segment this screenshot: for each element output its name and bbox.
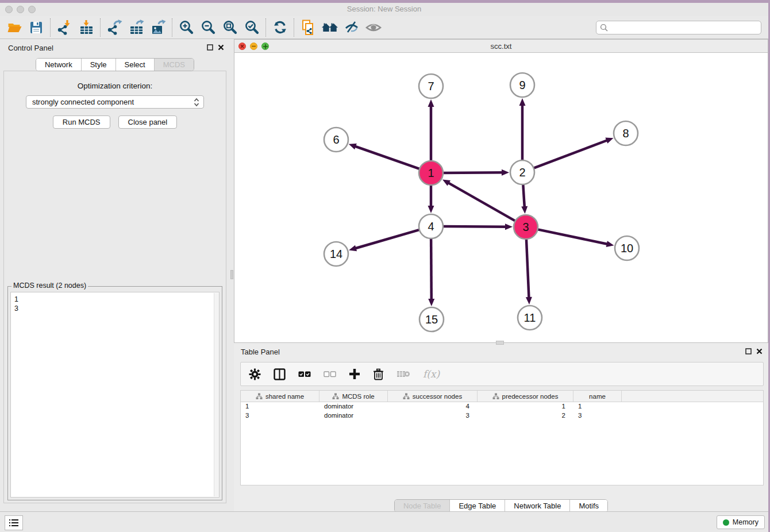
- add-column-icon[interactable]: [349, 368, 360, 380]
- tab-select[interactable]: Select: [116, 59, 154, 71]
- delete-column-trash-icon[interactable]: [373, 368, 384, 380]
- deselect-all-rows-icon[interactable]: [324, 371, 336, 378]
- table-cell[interactable]: dominator: [319, 411, 388, 421]
- graph-edge-3-11[interactable]: [526, 238, 529, 298]
- table-cell[interactable]: 1: [573, 402, 622, 411]
- network-document-icon: [300, 20, 316, 36]
- table-cell[interactable]: dominator: [319, 402, 388, 411]
- function-builder-icon: f(x): [423, 368, 440, 380]
- optimization-criterion-label: Optimization criterion:: [4, 82, 226, 90]
- tab-edge-table[interactable]: Edge Table: [449, 500, 505, 512]
- attribute-tree-icon: [403, 393, 410, 400]
- mcds-result-lines: 13: [14, 295, 219, 313]
- graph-edge-1-2[interactable]: [442, 172, 503, 173]
- toolbar-separator: [294, 18, 294, 37]
- task-history-button[interactable]: [5, 515, 23, 530]
- table-cell[interactable]: 2: [478, 411, 573, 421]
- graph-edge-3-10[interactable]: [537, 229, 608, 244]
- graph-edge-4-15[interactable]: [431, 237, 432, 300]
- first-neighbors-button[interactable]: [319, 18, 341, 37]
- column-header-name[interactable]: name: [573, 391, 622, 402]
- column-header-label: MCDS role: [342, 393, 374, 400]
- mcds-result-text[interactable]: 13: [10, 292, 220, 498]
- open-file-button[interactable]: [3, 18, 25, 37]
- graph-edge-1-6[interactable]: [355, 146, 421, 169]
- tab-network[interactable]: Network: [36, 59, 81, 71]
- graph-edge-arrowhead: [521, 206, 528, 214]
- apply-layout-button[interactable]: [269, 18, 291, 37]
- import-table-button[interactable]: [75, 18, 97, 37]
- zoom-out-button[interactable]: [197, 18, 219, 37]
- toggle-column-view-icon[interactable]: [274, 368, 286, 380]
- node-table[interactable]: shared nameMCDS rolesuccessor nodesprede…: [240, 390, 764, 485]
- zoom-in-icon: [179, 20, 194, 35]
- save-session-button[interactable]: [25, 18, 47, 37]
- export-table-button[interactable]: [125, 18, 147, 37]
- table-cell[interactable]: 3: [241, 411, 319, 421]
- network-window-titlebar[interactable]: scc.txt: [234, 39, 768, 53]
- tab-network-table[interactable]: Network Table: [505, 500, 569, 512]
- mcds-result-line: 1: [14, 295, 219, 304]
- graph-node-label: 9: [519, 79, 525, 91]
- column-header-MCDS-role[interactable]: MCDS role: [319, 391, 388, 402]
- graph-edge-2-8[interactable]: [533, 140, 607, 168]
- table-settings-gear-icon[interactable]: [249, 368, 261, 380]
- select-all-rows-icon[interactable]: [298, 371, 311, 378]
- column-header-predecessor-nodes[interactable]: predecessor nodes: [478, 391, 573, 402]
- search-input[interactable]: [596, 21, 761, 34]
- table-header-row: shared nameMCDS rolesuccessor nodesprede…: [241, 391, 763, 402]
- column-header-label: shared name: [265, 393, 304, 400]
- table-panel-title: Table Panel: [241, 348, 280, 356]
- network-canvas[interactable]: 7968124314101511: [234, 53, 768, 343]
- float-panel-icon[interactable]: [207, 44, 213, 51]
- float-table-panel-icon[interactable]: [745, 348, 752, 354]
- table-cell[interactable]: 3: [388, 411, 478, 421]
- table-cell[interactable]: 3: [573, 411, 622, 421]
- network-graph[interactable]: 7968124314101511: [234, 53, 768, 342]
- column-header-successor-nodes[interactable]: successor nodes: [388, 391, 478, 402]
- window-title: Session: New Session: [0, 5, 768, 13]
- column-header-shared-name[interactable]: shared name: [241, 391, 319, 402]
- table-row[interactable]: 1dominator411: [241, 402, 763, 411]
- export-network-button[interactable]: [103, 18, 125, 37]
- table-row[interactable]: 3dominator323: [241, 411, 763, 421]
- tab-node-table[interactable]: Node Table: [395, 500, 450, 512]
- toolbar-separator: [50, 18, 51, 37]
- horizontal-splitter-grip[interactable]: [496, 341, 504, 345]
- vertical-splitter[interactable]: [230, 39, 234, 511]
- close-panel-button[interactable]: Close panel: [118, 115, 178, 129]
- tab-motifs[interactable]: Motifs: [569, 500, 607, 512]
- table-cell[interactable]: 4: [388, 402, 478, 411]
- result-scrollbar[interactable]: [214, 293, 219, 496]
- tab-style[interactable]: Style: [81, 59, 116, 71]
- new-network-from-file-button[interactable]: [297, 18, 319, 37]
- export-image-icon: [151, 20, 166, 35]
- import-network-button[interactable]: [53, 18, 75, 37]
- table-toolbar: f(x): [240, 362, 764, 386]
- tab-mcds[interactable]: MCDS: [154, 59, 194, 71]
- memory-button[interactable]: Memory: [717, 515, 765, 529]
- splitter-grip[interactable]: [230, 270, 233, 279]
- graph-edge-4-3[interactable]: [442, 226, 506, 227]
- zoom-selected-button[interactable]: [241, 18, 263, 37]
- table-cell[interactable]: 1: [478, 402, 573, 411]
- toolbar-separator: [100, 18, 101, 37]
- graph-edge-4-14[interactable]: [355, 229, 421, 248]
- graph-edge-2-3[interactable]: [523, 183, 525, 207]
- graph-edge-3-1[interactable]: [448, 183, 517, 222]
- graph-edge-arrowhead: [526, 297, 532, 304]
- export-image-button[interactable]: [147, 18, 169, 37]
- show-graphics-details-button[interactable]: [341, 18, 363, 37]
- graph-edge-arrowhead: [428, 99, 434, 107]
- zoom-fit-button[interactable]: [219, 18, 241, 37]
- network-window: scc.txt 7968124314101511: [234, 39, 768, 343]
- table-cell[interactable]: 1: [241, 402, 319, 411]
- close-panel-icon[interactable]: [218, 44, 224, 51]
- close-table-panel-icon[interactable]: [756, 348, 763, 354]
- run-mcds-button[interactable]: Run MCDS: [53, 115, 110, 129]
- attribute-tree-icon: [492, 393, 499, 400]
- optimization-criterion-select[interactable]: strongly connected component: [26, 95, 204, 109]
- toggle-graphics-details-button[interactable]: [363, 18, 384, 37]
- control-panel-tabs: NetworkStyleSelectMCDS: [36, 58, 194, 71]
- zoom-in-button[interactable]: [175, 18, 197, 37]
